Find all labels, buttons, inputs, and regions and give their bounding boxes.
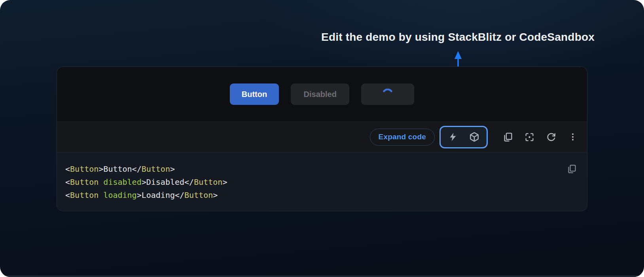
copy-demo-button[interactable] (502, 132, 513, 142)
refresh-button[interactable] (546, 132, 556, 142)
more-button[interactable] (568, 132, 578, 142)
demo-toolbar: Expand code (57, 121, 587, 152)
code-line: <Button>Button</Button> (65, 163, 559, 176)
codesandbox-button[interactable] (469, 132, 479, 142)
copy-code-button[interactable] (567, 164, 576, 174)
page-background: Edit the demo by using StackBlitz or Cod… (0, 0, 644, 277)
copy-icon (503, 132, 513, 142)
expand-code-button[interactable]: Expand code (370, 129, 435, 146)
more-vertical-icon (568, 132, 578, 142)
code-line: <Button loading>Loading</Button> (65, 189, 559, 202)
loading-spinner-icon (382, 88, 394, 100)
copy-icon (567, 164, 576, 174)
window-bottom-edge (0, 275, 644, 277)
demo-button-primary-label: Button (242, 90, 267, 99)
demo-button-primary[interactable]: Button (230, 83, 279, 105)
demo-button-disabled-label: Disabled (304, 90, 337, 99)
refresh-icon (546, 132, 556, 142)
stackblitz-bolt-icon (448, 132, 458, 142)
demo-button-loading[interactable] (361, 83, 414, 105)
codesandbox-cube-icon (469, 132, 479, 142)
isolate-icon (525, 132, 534, 142)
code-content: <Button>Button</Button><Button disabled>… (65, 163, 559, 202)
edit-demo-icon-group (439, 126, 488, 148)
stackblitz-button[interactable] (448, 132, 458, 142)
code-line: <Button disabled>Disabled</Button> (65, 176, 559, 189)
demo-card: Button Disabled Expand code (57, 66, 587, 211)
expand-code-label: Expand code (379, 133, 426, 141)
code-block: <Button>Button</Button><Button disabled>… (57, 152, 587, 211)
annotation-heading: Edit the demo by using StackBlitz or Cod… (321, 31, 595, 44)
demo-preview-area: Button Disabled (57, 67, 587, 121)
isolate-button[interactable] (524, 132, 534, 142)
demo-button-disabled: Disabled (291, 83, 349, 105)
